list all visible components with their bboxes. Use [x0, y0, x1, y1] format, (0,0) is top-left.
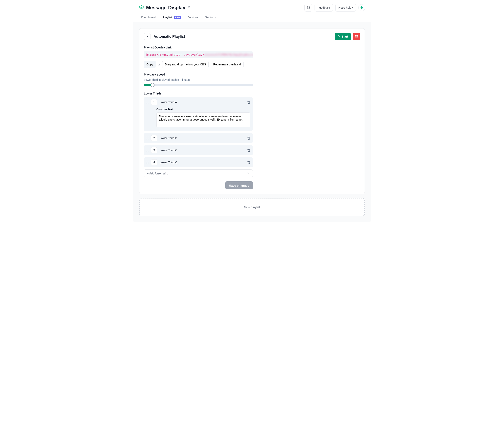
- lower-third-item: 1 Lower Third A Custom Text: [144, 97, 253, 131]
- lower-third-name: Lower Third B: [160, 136, 245, 140]
- feedback-button[interactable]: Feedback: [315, 4, 333, 12]
- tab-dashboard[interactable]: Dashboard: [141, 16, 156, 22]
- lower-third-expanded: Custom Text: [146, 105, 250, 129]
- tab-label: Settings: [205, 16, 216, 19]
- tab-label: Designs: [188, 16, 198, 19]
- header-left: Message-Display: [139, 5, 191, 11]
- pro-badge: PRO: [174, 16, 181, 19]
- svg-point-12: [147, 102, 147, 103]
- top-header: Message-Display Feedba: [133, 0, 371, 12]
- playback-slider[interactable]: [144, 83, 253, 87]
- play-icon: [338, 35, 340, 38]
- delete-item-button[interactable]: [247, 100, 250, 104]
- header-right: Feedback Need help?: [305, 4, 365, 12]
- add-label: + Add lower third: [147, 172, 168, 175]
- svg-point-21: [148, 139, 148, 140]
- start-button[interactable]: Start: [335, 33, 351, 40]
- svg-marker-9: [338, 35, 340, 37]
- svg-point-26: [147, 151, 147, 152]
- svg-point-23: [148, 149, 148, 149]
- overlay-link-box[interactable]: https://proxy.mketzer.dev/overlay/ xxxxx…: [144, 51, 253, 58]
- drag-handle-icon[interactable]: [146, 100, 149, 104]
- svg-point-22: [147, 149, 147, 149]
- lower-third-row[interactable]: 4 Lower Third C: [146, 159, 250, 165]
- playback-label: Playback speed: [144, 73, 253, 76]
- drag-drop-button[interactable]: Drag and drop me into your OBS: [162, 61, 209, 68]
- content-area: Automatic Playlist Start: [133, 22, 371, 222]
- new-playlist-button[interactable]: New playlist: [139, 198, 365, 216]
- tab-settings[interactable]: Settings: [205, 16, 216, 22]
- delete-item-button[interactable]: [247, 149, 250, 152]
- overlay-link-url: https://proxy.mketzer.dev/overlay/: [146, 53, 204, 56]
- gem-icon: [360, 5, 364, 10]
- start-label: Start: [342, 35, 348, 38]
- svg-point-0: [308, 7, 309, 8]
- svg-line-3: [307, 6, 307, 6]
- custom-text-input[interactable]: [156, 113, 250, 127]
- lower-third-row[interactable]: 2 Lower Third B: [146, 135, 250, 141]
- delete-item-button[interactable]: [247, 161, 250, 164]
- order-number: 4: [151, 159, 157, 165]
- drag-handle-icon[interactable]: [146, 149, 149, 152]
- lower-third-name: Lower Third C: [160, 149, 245, 152]
- theme-toggle-button[interactable]: [305, 4, 312, 12]
- order-number: 1: [151, 99, 157, 105]
- help-button[interactable]: Need help?: [335, 4, 356, 12]
- playlist-title: Automatic Playlist: [154, 35, 185, 39]
- svg-point-19: [148, 138, 148, 138]
- slider-track: [144, 84, 253, 86]
- trash-icon: [355, 35, 358, 39]
- sun-icon: [306, 6, 310, 10]
- svg-point-29: [148, 161, 148, 162]
- overlay-link-token: xxxxxxx%7CPMM47NcXmpq5nyWnx/xxxxxx%7CPMM…: [204, 53, 253, 56]
- playlist-card: Automatic Playlist Start: [139, 28, 365, 194]
- lower-third-name: Lower Third C: [160, 161, 245, 164]
- lower-third-name: Lower Third A: [160, 100, 245, 104]
- svg-point-13: [148, 102, 148, 103]
- app-switcher-icon[interactable]: [187, 6, 191, 10]
- lower-third-item: 3 Lower Third C: [144, 145, 253, 155]
- svg-point-30: [147, 162, 147, 163]
- delete-item-button[interactable]: [247, 136, 250, 140]
- lower-third-item: 2 Lower Third B: [144, 133, 253, 143]
- svg-point-16: [147, 137, 147, 137]
- chevron-down-icon: [146, 35, 149, 39]
- overlay-link-label: Playlist Overlay Link: [144, 46, 253, 49]
- card-header: Automatic Playlist Start: [144, 33, 360, 40]
- svg-point-20: [147, 139, 147, 140]
- card-header-right: Start: [335, 33, 360, 40]
- svg-point-28: [147, 161, 147, 162]
- slider-thumb[interactable]: [150, 83, 155, 87]
- regenerate-button[interactable]: Regenerate overlay id: [211, 61, 244, 68]
- or-text: or: [158, 63, 160, 66]
- drag-handle-icon[interactable]: [146, 136, 149, 140]
- tab-label: Playlist: [162, 16, 172, 19]
- save-row: Save changes: [144, 181, 253, 189]
- svg-point-24: [147, 150, 147, 151]
- add-lower-third-button[interactable]: + Add lower third: [144, 169, 253, 177]
- svg-point-31: [148, 162, 148, 163]
- order-number: 2: [151, 135, 157, 141]
- user-avatar[interactable]: [358, 4, 365, 11]
- copy-button[interactable]: Copy: [144, 61, 156, 68]
- delete-playlist-button[interactable]: [353, 33, 360, 40]
- tab-designs[interactable]: Designs: [188, 16, 198, 22]
- overlay-link-actions: Copy or Drag and drop me into your OBS R…: [144, 61, 253, 68]
- app-title: Message-Display: [146, 5, 185, 11]
- svg-point-18: [147, 138, 147, 138]
- custom-text-label: Custom Text: [156, 108, 250, 111]
- app-window: Message-Display Feedba: [133, 0, 371, 222]
- lower-thirds-label: Lower Thirds: [144, 92, 253, 95]
- order-number: 3: [151, 147, 157, 153]
- tab-playlist[interactable]: Playlist PRO: [162, 16, 181, 22]
- svg-point-15: [148, 103, 148, 104]
- svg-point-33: [148, 163, 148, 164]
- drag-handle-icon[interactable]: [146, 161, 149, 164]
- lower-third-row[interactable]: 3 Lower Third C: [146, 147, 250, 153]
- svg-point-14: [147, 103, 147, 104]
- lower-thirds-list: 1 Lower Third A Custom Text: [144, 97, 253, 177]
- lower-third-row[interactable]: 1 Lower Third A: [146, 99, 250, 105]
- svg-point-11: [148, 101, 148, 101]
- collapse-button[interactable]: [144, 33, 151, 40]
- save-button[interactable]: Save changes: [225, 181, 253, 189]
